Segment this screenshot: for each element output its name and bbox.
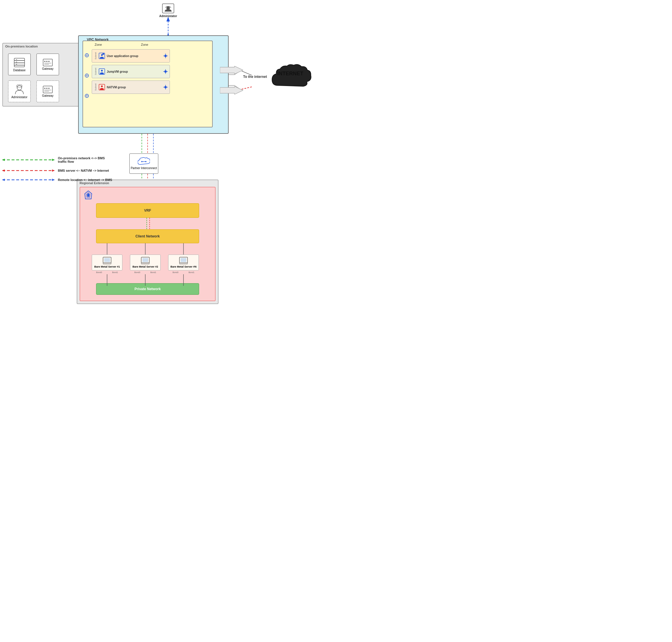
admin-op-label: Administator — [11, 95, 27, 99]
subnet-label-3: Subnet — [94, 84, 97, 91]
bmsN-label: Bare Metal Server #N — [170, 265, 197, 268]
gateway2-label: Gateway — [42, 94, 53, 98]
svg-line-16 — [242, 87, 252, 89]
private-network-label: Private Network — [135, 287, 161, 291]
bms2-label: Bare Metal Server #2 — [132, 265, 159, 268]
left-hub-cluster — [84, 53, 89, 99]
client-network-box: Client Network — [96, 229, 199, 243]
admin-op-icon-box: Administator — [8, 80, 31, 102]
to-internet-label: To the internet — [243, 75, 267, 79]
administrator-icon-top: Administator — [158, 2, 179, 18]
svg-point-46 — [46, 61, 48, 62]
legend-blue-row: Remote location <– internet –> BMS — [2, 178, 112, 182]
svg-point-74 — [164, 70, 167, 73]
svg-point-53 — [44, 88, 45, 89]
bmsN-bond0-label: Bond0 — [168, 271, 183, 273]
database-icon-box: Database — [8, 54, 31, 75]
subnet-label-1: Subnet — [94, 52, 97, 59]
subnet-label-2: Subnet — [94, 68, 97, 75]
svg-rect-39 — [14, 63, 25, 65]
svg-marker-127 — [52, 179, 54, 181]
internet-label-right: INTERNET — [269, 70, 312, 77]
arrow-natvm-to-internet — [220, 86, 243, 95]
bms1-bond1-label: Bond1 — [108, 271, 122, 273]
natvm-subnet-box: Subnet NATVM group — [92, 80, 170, 94]
legend-red-row: BMS server <– NATVM –> Internet — [2, 168, 112, 172]
svg-rect-52 — [43, 86, 52, 93]
svg-point-73 — [101, 70, 103, 72]
svg-rect-107 — [142, 258, 148, 262]
bmsN-bond1-label: Bond1 — [184, 271, 199, 273]
zone-label-1: Zone — [95, 43, 102, 46]
svg-point-99 — [145, 161, 146, 162]
svg-rect-110 — [181, 258, 186, 262]
jumpvm-subnet-box: Subnet JumpVM group — [92, 65, 170, 78]
svg-rect-40 — [14, 65, 25, 67]
svg-point-50 — [17, 86, 22, 90]
partner-interconnect-box: Partner Interconnect — [129, 153, 158, 174]
legend-area: On-premises network <–> BMS traffic flow… — [2, 156, 112, 187]
bms1-label: Bare Metal Server #1 — [94, 265, 120, 268]
vrf-label: VRF — [144, 208, 151, 213]
svg-rect-66 — [103, 53, 104, 55]
region-box: Zone Zone Subnet User application group — [82, 40, 213, 127]
bms1-container: Bare Metal Server #1 Bond0 Bond1 — [92, 255, 122, 273]
gateway1-icon-box: Gateway — [37, 54, 59, 75]
diagram-container: INTERNET Administator On-premises locati… — [0, 0, 336, 321]
database-label: Database — [13, 69, 26, 72]
bms1-bond0-label: Bond0 — [92, 271, 106, 273]
svg-marker-121 — [52, 159, 54, 161]
natvm-group-label: NATVM group — [107, 86, 126, 89]
on-premises-box: On-premises location Database — [2, 43, 89, 106]
private-network-box: Private Network — [96, 283, 199, 295]
svg-marker-125 — [2, 169, 5, 172]
administrator-label-top: Administator — [158, 14, 179, 18]
svg-point-47 — [48, 61, 50, 62]
svg-point-45 — [44, 61, 45, 62]
gateway1-label: Gateway — [42, 67, 53, 70]
google-diamond-icon — [83, 190, 93, 202]
vrf-box: VRF — [96, 203, 199, 218]
internet-cloud-right: INTERNET — [269, 64, 312, 91]
svg-point-55 — [48, 88, 50, 89]
bmsN-container: Bare Metal Server #N Bond0 Bond1 — [168, 255, 199, 273]
svg-point-67 — [164, 55, 167, 57]
partner-interconnect-label: Partner Interconnect — [131, 167, 157, 170]
jumpvm-group-label: JumpVM group — [107, 70, 128, 73]
bms2-container: Bare Metal Server #2 Bond0 Bond1 — [130, 255, 161, 273]
legend-green-text: On-premises network <–> BMS traffic flow — [58, 156, 112, 163]
svg-point-80 — [101, 86, 103, 87]
svg-point-81 — [164, 86, 167, 88]
svg-rect-104 — [104, 258, 110, 262]
svg-rect-38 — [14, 61, 25, 63]
client-network-label: Client Network — [135, 234, 160, 238]
svg-rect-44 — [43, 59, 52, 66]
bms2-bond0-label: Bond0 — [130, 271, 145, 273]
svg-marker-128 — [2, 179, 5, 181]
legend-red-text: BMS server <– NATVM –> Internet — [58, 169, 109, 172]
svg-marker-95 — [220, 66, 243, 74]
pink-inner-box: VRF Client Network Bare Metal Server #1 … — [80, 187, 215, 301]
gateway2-icon-box: Gateway — [37, 80, 59, 102]
arrow-user-app-to-internet — [220, 66, 243, 75]
legend-blue-text: Remote location <– internet –> BMS — [58, 178, 112, 182]
legend-green-row: On-premises network <–> BMS traffic flow — [2, 156, 112, 163]
user-app-subnet-box: Subnet User application group — [92, 49, 170, 63]
svg-rect-37 — [14, 58, 25, 61]
svg-marker-124 — [52, 169, 54, 172]
svg-marker-96 — [220, 86, 243, 94]
zone-label-2: Zone — [141, 43, 148, 46]
bms2-bond1-label: Bond1 — [146, 271, 161, 273]
on-premises-label: On-premises location — [5, 44, 38, 48]
svg-point-98 — [141, 161, 142, 162]
svg-point-54 — [46, 88, 48, 89]
user-app-group-label: User application group — [107, 54, 139, 57]
svg-marker-122 — [2, 159, 5, 161]
